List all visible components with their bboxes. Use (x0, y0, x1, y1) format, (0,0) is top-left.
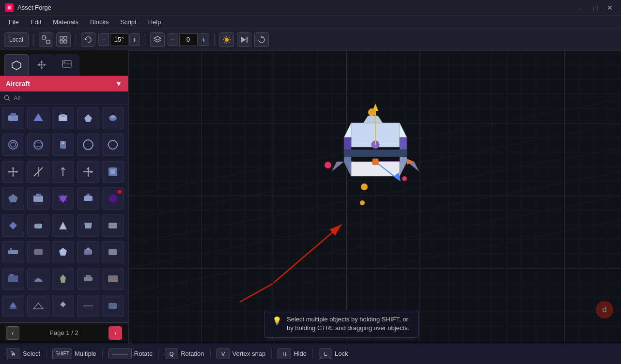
asset-item[interactable] (77, 107, 99, 129)
layers-decrease-btn[interactable]: − (168, 33, 178, 46)
asset-item[interactable] (52, 241, 74, 263)
svg-marker-110 (344, 137, 351, 150)
svg-rect-34 (10, 113, 16, 116)
tab-blocks[interactable] (4, 54, 29, 76)
asset-item[interactable] (102, 107, 124, 129)
svg-marker-113 (363, 116, 383, 123)
layers-icon-btn[interactable] (150, 32, 165, 47)
asset-item[interactable] (77, 241, 99, 263)
asset-item[interactable] (77, 295, 99, 317)
next-page-btn[interactable]: › (109, 326, 122, 340)
next-frame-btn[interactable] (237, 32, 251, 47)
category-dropdown[interactable]: Aircraft ▼ (0, 76, 128, 91)
asset-item[interactable] (77, 214, 99, 237)
rotation-increase-btn[interactable]: + (129, 33, 140, 46)
asset-item[interactable] (2, 214, 24, 237)
asset-item[interactable] (77, 268, 99, 290)
bottom-sep-2 (102, 349, 103, 359)
asset-item[interactable] (27, 161, 49, 183)
menu-script[interactable]: Script (115, 17, 141, 27)
svg-point-40 (110, 115, 115, 118)
asset-item[interactable] (77, 161, 99, 183)
asset-item[interactable] (2, 241, 24, 263)
watermark: d (596, 301, 613, 318)
toolbar-separator-4 (214, 34, 215, 46)
refresh-btn[interactable] (254, 32, 269, 47)
asset-item[interactable] (27, 268, 49, 290)
svg-rect-20 (247, 37, 248, 43)
sun-icon-btn[interactable] (219, 32, 234, 47)
rotation-decrease-btn[interactable]: − (98, 33, 109, 46)
asset-item[interactable] (27, 187, 49, 210)
menu-blocks[interactable]: Blocks (85, 17, 113, 27)
layers-increase-btn[interactable]: + (199, 33, 209, 46)
svg-rect-37 (61, 114, 65, 117)
svg-rect-95 (109, 303, 117, 309)
asset-item[interactable] (2, 107, 24, 129)
hide-label: Hide (294, 350, 307, 357)
svg-marker-74 (59, 222, 67, 229)
search-bar (0, 91, 128, 105)
asset-item[interactable] (27, 107, 49, 129)
viewport[interactable]: 💡 Select multiple objects by holding SHI… (128, 50, 621, 343)
svg-rect-66 (36, 194, 41, 197)
layers-value: 0 (179, 33, 198, 46)
asset-item[interactable] (52, 161, 74, 183)
svg-marker-9 (154, 36, 161, 40)
grid-icon-btn[interactable] (56, 32, 71, 47)
asset-item[interactable] (77, 134, 99, 156)
asset-item[interactable] (102, 214, 124, 237)
asset-item[interactable] (2, 268, 24, 290)
asset-item[interactable] (2, 187, 24, 210)
bottom-sep-3 (158, 349, 159, 359)
rotate-icon-btn[interactable] (81, 32, 95, 47)
close-button[interactable]: ✕ (604, 2, 616, 13)
app-title: Asset Forge (17, 4, 571, 11)
asset-item[interactable] (77, 187, 99, 210)
svg-line-17 (229, 37, 229, 37)
svg-rect-2 (42, 36, 46, 39)
asset-item[interactable] (27, 134, 49, 156)
prev-page-btn[interactable]: ‹ (6, 326, 19, 340)
asset-item[interactable] (102, 295, 124, 317)
asset-item[interactable] (52, 268, 74, 290)
menu-help[interactable]: Help (143, 17, 166, 27)
shift-key: SHIFT (52, 349, 72, 359)
asset-item[interactable] (52, 214, 74, 237)
asset-item[interactable] (2, 161, 24, 183)
asset-item[interactable] (102, 187, 124, 210)
asset-item[interactable] (102, 241, 124, 263)
asset-item[interactable] (102, 134, 124, 156)
tab-move[interactable] (29, 54, 54, 76)
asset-item[interactable] (2, 134, 24, 156)
local-button[interactable]: Local (4, 32, 29, 47)
svg-marker-51 (8, 171, 10, 173)
svg-rect-90 (108, 275, 118, 282)
maximize-button[interactable]: □ (589, 2, 602, 13)
menu-edit[interactable]: Edit (26, 17, 46, 27)
asset-item[interactable] (27, 295, 49, 317)
search-input[interactable] (14, 94, 124, 102)
minimize-button[interactable]: ─ (574, 2, 587, 13)
toolbar-separator-2 (76, 34, 76, 46)
page-info: Page 1 / 2 (49, 329, 78, 336)
asset-item[interactable] (27, 214, 49, 237)
asset-item[interactable] (27, 241, 49, 263)
tab-paint[interactable] (54, 54, 79, 76)
svg-marker-25 (40, 67, 43, 69)
asset-item[interactable] (52, 134, 74, 156)
svg-marker-52 (16, 171, 18, 173)
asset-item[interactable] (2, 295, 24, 317)
svg-rect-30 (63, 61, 65, 63)
asset-grid (0, 105, 128, 322)
app-icon (5, 3, 14, 12)
asset-item[interactable] (52, 107, 74, 129)
pivot-icon-btn[interactable] (39, 32, 53, 47)
asset-item[interactable] (102, 268, 124, 290)
menu-file[interactable]: File (4, 17, 24, 27)
svg-marker-115 (407, 162, 419, 171)
asset-item[interactable] (52, 295, 74, 317)
menu-materials[interactable]: Materials (48, 17, 83, 27)
asset-item[interactable] (52, 187, 74, 210)
asset-item[interactable] (102, 161, 124, 183)
